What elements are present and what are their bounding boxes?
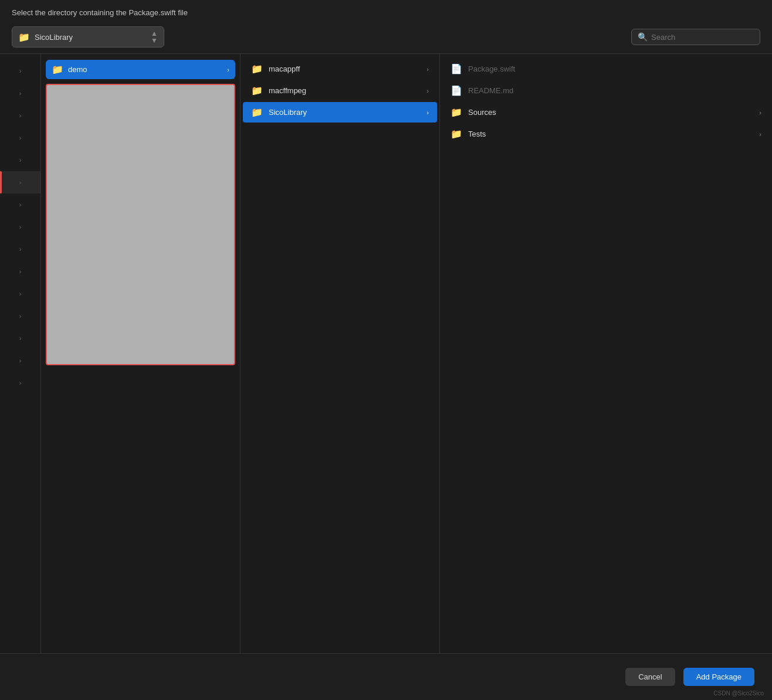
search-box[interactable]: 🔍 bbox=[631, 29, 760, 45]
demo-preview-area bbox=[46, 84, 235, 365]
demo-column: 📁 demo › bbox=[41, 54, 241, 677]
folder-icon: 📁 bbox=[251, 63, 263, 74]
folder-selector-stepper[interactable]: ▲ ▼ bbox=[151, 30, 158, 44]
chevron-icon: › bbox=[19, 134, 22, 141]
chevron-icon: › bbox=[19, 357, 22, 364]
sidebar-row-4[interactable]: › bbox=[0, 127, 40, 149]
right-item-tests[interactable]: 📁 Tests › bbox=[442, 124, 770, 144]
files-column: 📁 macappff › 📁 macffmpeg › 📁 SicoLibrary… bbox=[241, 54, 440, 677]
right-item-label: README.md bbox=[468, 86, 761, 95]
file-item-chevron: › bbox=[426, 66, 429, 73]
folder-selector-icon: 📁 bbox=[18, 32, 30, 43]
file-item-macffmpeg[interactable]: 📁 macffmpeg › bbox=[243, 80, 437, 101]
chevron-icon: › bbox=[19, 268, 22, 275]
chevron-icon: › bbox=[19, 379, 22, 386]
main-content: › › › › › › › › › › › › › › › 📁 demo › 📁… bbox=[0, 53, 772, 677]
add-package-button[interactable]: Add Package bbox=[683, 668, 754, 686]
cancel-button[interactable]: Cancel bbox=[625, 668, 675, 686]
folder-icon: 📁 bbox=[451, 128, 462, 140]
sidebar-row-11[interactable]: › bbox=[0, 283, 40, 305]
header-title: Select the directory containing the Pack… bbox=[12, 8, 188, 17]
chevron-icon: › bbox=[19, 290, 22, 297]
chevron-icon: › bbox=[19, 246, 22, 253]
sidebar-row-6[interactable]: › bbox=[0, 171, 40, 193]
file-item-sicolibrary[interactable]: 📁 SicoLibrary › bbox=[243, 102, 437, 123]
demo-folder-chevron: › bbox=[227, 66, 229, 73]
file-icon: 📄 bbox=[451, 63, 462, 74]
file-icon: 📄 bbox=[451, 85, 462, 96]
chevron-icon: › bbox=[19, 157, 22, 164]
right-item-label: Tests bbox=[468, 130, 753, 138]
sidebar-row-8[interactable]: › bbox=[0, 216, 40, 238]
file-item-label: macffmpeg bbox=[269, 86, 421, 95]
demo-folder-icon: 📁 bbox=[52, 64, 63, 75]
chevron-icon: › bbox=[19, 179, 22, 186]
folder-selector[interactable]: 📁 SicoLibrary ▲ ▼ bbox=[12, 26, 164, 47]
sidebar-row-14[interactable]: › bbox=[0, 349, 40, 372]
folder-icon: 📁 bbox=[251, 85, 263, 96]
sidebar-row-2[interactable]: › bbox=[0, 82, 40, 104]
right-item-chevron: › bbox=[759, 109, 761, 116]
chevron-icon: › bbox=[19, 112, 22, 119]
file-item-label: SicoLibrary bbox=[269, 108, 421, 117]
sidebar-row-1[interactable]: › bbox=[0, 60, 40, 82]
file-item-label: macappff bbox=[269, 64, 421, 73]
folder-icon: 📁 bbox=[251, 107, 263, 118]
folder-icon: 📁 bbox=[451, 107, 462, 118]
right-item-label: Package.swift bbox=[468, 64, 761, 73]
active-indicator bbox=[0, 171, 2, 193]
right-panel: 📄 Package.swift 📄 README.md 📁 Sources › … bbox=[440, 54, 772, 677]
demo-folder-item[interactable]: 📁 demo › bbox=[46, 60, 235, 79]
right-item-sources[interactable]: 📁 Sources › bbox=[442, 102, 770, 123]
right-item-package-swift[interactable]: 📄 Package.swift bbox=[442, 59, 770, 79]
right-item-readme[interactable]: 📄 README.md bbox=[442, 80, 770, 101]
sidebar-row-3[interactable]: › bbox=[0, 104, 40, 127]
chevron-icon: › bbox=[19, 67, 22, 74]
sidebar-row-10[interactable]: › bbox=[0, 260, 40, 283]
chevron-icon: › bbox=[19, 312, 22, 320]
chevron-icon: › bbox=[19, 335, 22, 342]
sidebar-row-15[interactable]: › bbox=[0, 372, 40, 394]
sidebar-row-9[interactable]: › bbox=[0, 238, 40, 260]
toolbar: 📁 SicoLibrary ▲ ▼ 🔍 bbox=[0, 23, 772, 53]
sidebar-row-13[interactable]: › bbox=[0, 327, 40, 349]
demo-folder-label: demo bbox=[68, 65, 222, 74]
sidebar-row-5[interactable]: › bbox=[0, 149, 40, 171]
file-item-macappff[interactable]: 📁 macappff › bbox=[243, 59, 437, 79]
sidebar-row-7[interactable]: › bbox=[0, 193, 40, 216]
footer: Cancel Add Package CSDN @Sico2Sico bbox=[0, 653, 772, 700]
sidebar-left: › › › › › › › › › › › › › › › bbox=[0, 54, 41, 677]
search-input[interactable] bbox=[651, 33, 745, 42]
file-item-chevron: › bbox=[426, 109, 429, 116]
chevron-icon: › bbox=[19, 90, 22, 97]
dialog-header: Select the directory containing the Pack… bbox=[0, 0, 772, 23]
folder-selector-label: SicoLibrary bbox=[35, 33, 146, 42]
right-item-chevron: › bbox=[759, 131, 761, 138]
watermark: CSDN @Sico2Sico bbox=[713, 690, 764, 696]
chevron-icon: › bbox=[19, 223, 22, 230]
sidebar-row-12[interactable]: › bbox=[0, 305, 40, 327]
search-icon: 🔍 bbox=[638, 32, 648, 42]
right-item-label: Sources bbox=[468, 108, 753, 117]
file-item-chevron: › bbox=[426, 87, 429, 94]
chevron-icon: › bbox=[19, 201, 22, 208]
